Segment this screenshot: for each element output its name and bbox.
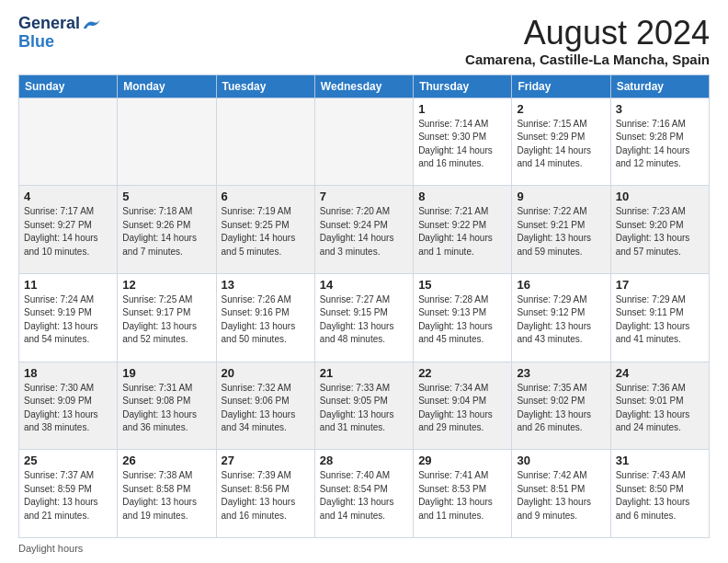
- calendar-table: Sunday Monday Tuesday Wednesday Thursday…: [18, 75, 710, 538]
- day-number: 22: [418, 366, 506, 380]
- day-number: 1: [418, 102, 506, 116]
- day-number: 31: [616, 454, 704, 467]
- day-number: 25: [24, 454, 112, 467]
- day-info: Sunrise: 7:25 AMSunset: 9:17 PMDaylight:…: [122, 293, 210, 347]
- col-sunday: Sunday: [19, 75, 118, 98]
- day-info: Sunrise: 7:39 AMSunset: 8:56 PMDaylight:…: [222, 469, 310, 523]
- day-number: 27: [222, 454, 310, 467]
- day-number: 21: [320, 366, 408, 380]
- day-info: Sunrise: 7:18 AMSunset: 9:26 PMDaylight:…: [122, 205, 210, 259]
- logo-bird-icon: [82, 17, 100, 30]
- day-info: Sunrise: 7:38 AMSunset: 8:58 PMDaylight:…: [122, 469, 210, 523]
- calendar-day-cell: 23Sunrise: 7:35 AMSunset: 9:02 PMDayligh…: [512, 362, 610, 450]
- calendar-day-cell: 30Sunrise: 7:42 AMSunset: 8:51 PMDayligh…: [512, 450, 610, 538]
- day-info: Sunrise: 7:19 AMSunset: 9:25 PMDaylight:…: [222, 205, 310, 259]
- col-tuesday: Tuesday: [216, 75, 314, 98]
- day-info: Sunrise: 7:40 AMSunset: 8:54 PMDaylight:…: [320, 469, 408, 523]
- calendar-day-cell: 31Sunrise: 7:43 AMSunset: 8:50 PMDayligh…: [610, 450, 709, 538]
- day-number: 29: [418, 454, 506, 467]
- calendar-week-row: 4Sunrise: 7:17 AMSunset: 9:27 PMDaylight…: [19, 186, 710, 274]
- col-thursday: Thursday: [414, 75, 512, 98]
- day-info: Sunrise: 7:34 AMSunset: 9:04 PMDaylight:…: [418, 382, 506, 435]
- calendar-day-cell: [19, 98, 118, 186]
- day-info: Sunrise: 7:43 AMSunset: 8:50 PMDaylight:…: [616, 469, 704, 523]
- col-friday: Friday: [512, 75, 610, 98]
- day-info: Sunrise: 7:33 AMSunset: 9:05 PMDaylight:…: [320, 382, 408, 435]
- calendar-day-cell: [216, 98, 314, 186]
- day-number: 12: [122, 278, 210, 292]
- day-number: 5: [122, 190, 210, 203]
- day-info: Sunrise: 7:28 AMSunset: 9:13 PMDaylight:…: [418, 293, 506, 347]
- day-number: 19: [122, 366, 210, 380]
- day-info: Sunrise: 7:21 AMSunset: 9:22 PMDaylight:…: [418, 205, 506, 259]
- daylight-hours-label: Daylight hours: [18, 543, 83, 554]
- day-info: Sunrise: 7:26 AMSunset: 9:16 PMDaylight:…: [222, 293, 310, 347]
- day-number: 13: [222, 278, 310, 292]
- col-wednesday: Wednesday: [314, 75, 413, 98]
- day-info: Sunrise: 7:17 AMSunset: 9:27 PMDaylight:…: [24, 205, 112, 259]
- day-number: 18: [24, 366, 112, 380]
- day-info: Sunrise: 7:15 AMSunset: 9:29 PMDaylight:…: [517, 118, 605, 171]
- day-number: 26: [122, 454, 210, 467]
- day-number: 9: [517, 190, 605, 203]
- day-info: Sunrise: 7:27 AMSunset: 9:15 PMDaylight:…: [320, 293, 408, 347]
- day-number: 15: [418, 278, 506, 292]
- calendar-day-cell: 11Sunrise: 7:24 AMSunset: 9:19 PMDayligh…: [19, 273, 118, 362]
- logo: General Blue: [18, 15, 100, 52]
- calendar-day-cell: 21Sunrise: 7:33 AMSunset: 9:05 PMDayligh…: [314, 362, 413, 450]
- calendar-week-row: 18Sunrise: 7:30 AMSunset: 9:09 PMDayligh…: [19, 362, 710, 450]
- calendar-day-cell: 7Sunrise: 7:20 AMSunset: 9:24 PMDaylight…: [314, 186, 413, 274]
- day-info: Sunrise: 7:42 AMSunset: 8:51 PMDaylight:…: [517, 469, 605, 523]
- month-title: August 2024: [465, 15, 710, 52]
- day-number: 16: [517, 278, 605, 292]
- calendar-day-cell: 1Sunrise: 7:14 AMSunset: 9:30 PMDaylight…: [414, 98, 512, 186]
- calendar-day-cell: 9Sunrise: 7:22 AMSunset: 9:21 PMDaylight…: [512, 186, 610, 274]
- day-info: Sunrise: 7:35 AMSunset: 9:02 PMDaylight:…: [517, 382, 605, 435]
- calendar-day-cell: 5Sunrise: 7:18 AMSunset: 9:26 PMDaylight…: [118, 186, 216, 274]
- calendar-day-cell: 10Sunrise: 7:23 AMSunset: 9:20 PMDayligh…: [610, 186, 709, 274]
- calendar-day-cell: 2Sunrise: 7:15 AMSunset: 9:29 PMDaylight…: [512, 98, 610, 186]
- calendar-day-cell: 16Sunrise: 7:29 AMSunset: 9:12 PMDayligh…: [512, 273, 610, 362]
- calendar-day-cell: 13Sunrise: 7:26 AMSunset: 9:16 PMDayligh…: [216, 273, 314, 362]
- calendar-day-cell: 14Sunrise: 7:27 AMSunset: 9:15 PMDayligh…: [314, 273, 413, 362]
- calendar-day-cell: 25Sunrise: 7:37 AMSunset: 8:59 PMDayligh…: [19, 450, 118, 538]
- calendar-day-cell: 29Sunrise: 7:41 AMSunset: 8:53 PMDayligh…: [414, 450, 512, 538]
- day-number: 6: [222, 190, 310, 203]
- calendar-day-cell: 28Sunrise: 7:40 AMSunset: 8:54 PMDayligh…: [314, 450, 413, 538]
- calendar-day-cell: 22Sunrise: 7:34 AMSunset: 9:04 PMDayligh…: [414, 362, 512, 450]
- day-info: Sunrise: 7:32 AMSunset: 9:06 PMDaylight:…: [222, 382, 310, 435]
- day-info: Sunrise: 7:16 AMSunset: 9:28 PMDaylight:…: [616, 118, 704, 171]
- calendar-week-row: 1Sunrise: 7:14 AMSunset: 9:30 PMDaylight…: [19, 98, 710, 186]
- calendar-day-cell: 24Sunrise: 7:36 AMSunset: 9:01 PMDayligh…: [610, 362, 709, 450]
- calendar-day-cell: 20Sunrise: 7:32 AMSunset: 9:06 PMDayligh…: [216, 362, 314, 450]
- day-info: Sunrise: 7:23 AMSunset: 9:20 PMDaylight:…: [616, 205, 704, 259]
- day-info: Sunrise: 7:22 AMSunset: 9:21 PMDaylight:…: [517, 205, 605, 259]
- col-monday: Monday: [118, 75, 216, 98]
- day-number: 14: [320, 278, 408, 292]
- day-number: 7: [320, 190, 408, 203]
- calendar-day-cell: 6Sunrise: 7:19 AMSunset: 9:25 PMDaylight…: [216, 186, 314, 274]
- logo-general: General: [18, 15, 80, 33]
- page: General Blue August 2024 Camarena, Casti…: [0, 0, 728, 563]
- day-number: 30: [517, 454, 605, 467]
- day-info: Sunrise: 7:24 AMSunset: 9:19 PMDaylight:…: [24, 293, 112, 347]
- day-number: 23: [517, 366, 605, 380]
- day-info: Sunrise: 7:29 AMSunset: 9:11 PMDaylight:…: [616, 293, 704, 347]
- day-info: Sunrise: 7:20 AMSunset: 9:24 PMDaylight:…: [320, 205, 408, 259]
- logo-blue: Blue: [18, 33, 54, 52]
- calendar-day-cell: 19Sunrise: 7:31 AMSunset: 9:08 PMDayligh…: [118, 362, 216, 450]
- day-info: Sunrise: 7:41 AMSunset: 8:53 PMDaylight:…: [418, 469, 506, 523]
- day-info: Sunrise: 7:36 AMSunset: 9:01 PMDaylight:…: [616, 382, 704, 435]
- calendar-day-cell: 12Sunrise: 7:25 AMSunset: 9:17 PMDayligh…: [118, 273, 216, 362]
- day-number: 10: [616, 190, 704, 203]
- col-saturday: Saturday: [610, 75, 709, 98]
- day-number: 28: [320, 454, 408, 467]
- calendar-week-row: 11Sunrise: 7:24 AMSunset: 9:19 PMDayligh…: [19, 273, 710, 362]
- calendar-week-row: 25Sunrise: 7:37 AMSunset: 8:59 PMDayligh…: [19, 450, 710, 538]
- calendar-day-cell: 4Sunrise: 7:17 AMSunset: 9:27 PMDaylight…: [19, 186, 118, 274]
- day-info: Sunrise: 7:30 AMSunset: 9:09 PMDaylight:…: [24, 382, 112, 435]
- day-number: 24: [616, 366, 704, 380]
- calendar-day-cell: [314, 98, 413, 186]
- day-number: 2: [517, 102, 605, 116]
- calendar-day-cell: [118, 98, 216, 186]
